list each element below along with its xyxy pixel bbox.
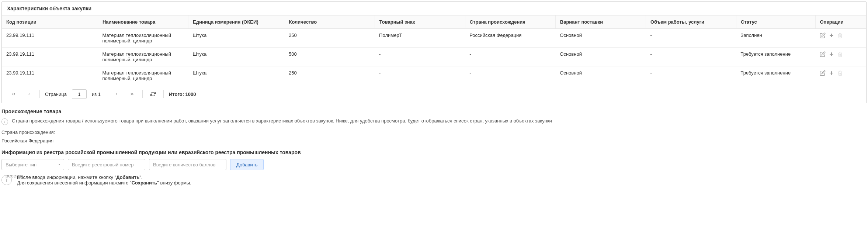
cell-ops (815, 29, 866, 48)
th-variant[interactable]: Вариант поставки (555, 15, 646, 29)
th-unit[interactable]: Единица измерения (ОКЕИ) (188, 15, 284, 29)
table-row: 23.99.19.111Материал теплоизоляционный п… (2, 66, 866, 85)
origin-info-row: i Страна происхождения товара / использу… (1, 118, 867, 125)
plus-icon[interactable] (829, 32, 834, 38)
cell-volume: - (646, 66, 736, 85)
edit-icon[interactable] (820, 51, 826, 57)
registry-number-input[interactable] (68, 159, 145, 170)
plus-icon[interactable] (829, 70, 834, 76)
cell-status: Требуется заполнение (736, 66, 815, 85)
cell-name: Материал теплоизоляционный полимерный, ц… (98, 48, 188, 66)
pager-refresh-button[interactable] (148, 89, 158, 99)
origin-country-label: Страна происхождения: (1, 129, 867, 135)
cell-volume: - (646, 48, 736, 66)
table-row: 23.99.19.111Материал теплоизоляционный п… (2, 29, 866, 48)
th-name[interactable]: Наименование товара (98, 15, 188, 29)
panel-title: Характеристики объекта закупки (2, 2, 866, 15)
cell-name: Материал теплоизоляционный полимерный, ц… (98, 29, 188, 48)
info-icon: i (1, 118, 8, 125)
cell-brand: ПолимерТ (375, 29, 465, 48)
table-row: 23.99.19.111Материал теплоизоляционный п… (2, 48, 866, 66)
th-code[interactable]: Код позиции (2, 15, 98, 29)
origin-country-value: Российская Федерация (1, 138, 867, 144)
pager-next-button[interactable] (111, 89, 122, 99)
cell-brand: - (375, 48, 465, 66)
cell-status: Требуется заполнение (736, 48, 815, 66)
trash-icon[interactable] (837, 52, 843, 57)
cell-country: - (465, 48, 555, 66)
cell-country: Российская Федерация (465, 29, 555, 48)
cell-name: Материал теплоизоляционный полимерный, ц… (98, 66, 188, 85)
cell-code: 23.99.19.111 (2, 29, 98, 48)
registry-form-row: Выберите тип реестра Добавить (1, 159, 867, 170)
th-status[interactable]: Статус (736, 15, 815, 29)
trash-icon[interactable] (837, 33, 843, 38)
registry-type-select[interactable]: Выберите тип реестра (1, 159, 64, 170)
cell-qty: 250 (284, 66, 375, 85)
th-country[interactable]: Страна происхождения (465, 15, 555, 29)
characteristics-table: Код позиции Наименование товара Единица … (2, 15, 866, 85)
origin-info-text: Страна происхождения товара / используем… (12, 118, 552, 124)
cell-variant: Основной (555, 66, 646, 85)
pager-page-input[interactable] (72, 89, 87, 99)
cell-unit: Штука (188, 48, 284, 66)
registry-points-input[interactable] (149, 159, 226, 170)
th-brand[interactable]: Товарный знак (375, 15, 465, 29)
add-button[interactable]: Добавить (230, 159, 264, 170)
pager-last-button[interactable] (127, 89, 137, 99)
registry-type-value: Выберите тип реестра (1, 159, 64, 170)
trash-icon[interactable] (837, 70, 843, 76)
pager: Страница из 1 Итого: 1000 (2, 85, 866, 103)
cell-brand: - (375, 66, 465, 85)
cell-unit: Штука (188, 66, 284, 85)
registry-title: Информация из реестра российской промышл… (1, 149, 867, 155)
pager-of-label: из 1 (92, 91, 101, 97)
th-qty[interactable]: Количество (284, 15, 375, 29)
edit-icon[interactable] (820, 32, 826, 38)
cell-variant: Основной (555, 29, 646, 48)
th-volume[interactable]: Объем работы, услуги (646, 15, 736, 29)
plus-icon[interactable] (829, 51, 834, 57)
pager-page-label: Страница (45, 91, 67, 97)
cell-code: 23.99.19.111 (2, 48, 98, 66)
cell-country: - (465, 66, 555, 85)
pager-prev-button[interactable] (24, 89, 34, 99)
cell-ops (815, 48, 866, 66)
pager-separator (39, 90, 40, 98)
cell-variant: Основной (555, 48, 646, 66)
pager-separator (163, 90, 164, 98)
cell-qty: 250 (284, 29, 375, 48)
edit-icon[interactable] (820, 70, 826, 76)
cell-status: Заполнен (736, 29, 815, 48)
characteristics-panel: Характеристики объекта закупки Код позиц… (1, 1, 867, 103)
cell-code: 23.99.19.111 (2, 66, 98, 85)
cell-qty: 500 (284, 48, 375, 66)
cell-ops (815, 66, 866, 85)
pager-first-button[interactable] (8, 89, 19, 99)
pager-separator (142, 90, 143, 98)
cell-unit: Штука (188, 29, 284, 48)
pager-separator (106, 90, 106, 98)
registry-hint: i После ввода информации, нажмите кнопку… (1, 174, 867, 186)
registry-hint-text: После ввода информации, нажмите кнопку "… (17, 174, 191, 186)
th-ops[interactable]: Операции (815, 15, 866, 29)
origin-title: Происхождение товара (1, 108, 867, 114)
pager-total-label: Итого: 1000 (169, 91, 196, 97)
cell-volume: - (646, 29, 736, 48)
